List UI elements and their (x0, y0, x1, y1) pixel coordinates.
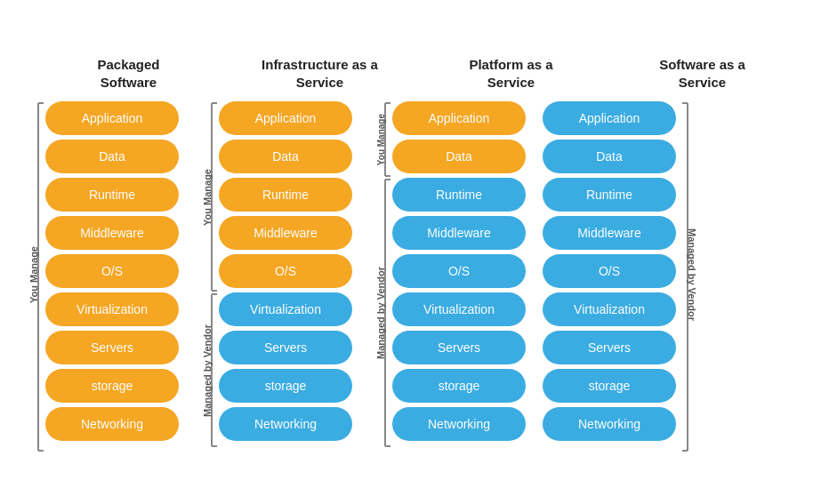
cell-saas-servers: Servers (543, 331, 676, 364)
cell-paas-application: Application (392, 101, 526, 135)
col-iaas: You Manage Managed by Vendor Application… (196, 101, 357, 448)
header-iaas: Infrastructure as aService (237, 56, 402, 91)
paas-brackets: You Manage Managed by Vendor (369, 101, 392, 448)
cell-packaged-virtualization: Virtualization (45, 292, 179, 326)
header-paas: Platform as aService (429, 56, 593, 91)
cells-paas: Application Data Runtime Middleware O/S … (392, 101, 530, 448)
vendor-label-saas: Managed by Vendor (687, 228, 697, 321)
cell-packaged-servers: Servers (45, 331, 179, 364)
cell-saas-middleware: Middleware (543, 216, 676, 250)
cell-iaas-virtualization: Virtualization (219, 292, 352, 326)
cell-saas-os: O/S (543, 254, 676, 288)
cell-saas-data: Data (543, 140, 676, 173)
cell-packaged-runtime: Runtime (45, 178, 179, 212)
headers-row: PackagedSoftware Infrastructure as aServ… (15, 56, 798, 91)
iaas-brackets: You Manage Managed by Vendor (196, 101, 219, 448)
you-manage-label-paas: You Manage (376, 114, 386, 165)
cell-iaas-servers: Servers (219, 331, 352, 364)
col-saas: Application Data Runtime Middleware O/S … (543, 101, 704, 448)
cell-iaas-middleware: Middleware (219, 216, 352, 250)
cell-saas-runtime: Runtime (543, 178, 676, 212)
you-manage-label-packaged: You Manage (28, 246, 39, 303)
spacer2 (360, 101, 366, 448)
vendor-bracket-saas: Managed by Vendor (680, 101, 704, 448)
cell-iaas-networking: Networking (219, 407, 352, 441)
header-packaged: PackagedSoftware (46, 56, 211, 91)
vendor-bracket-iaas: Managed by Vendor (196, 292, 219, 448)
diagram-container: PackagedSoftware Infrastructure as aServ… (15, 47, 798, 457)
cell-packaged-networking: Networking (45, 407, 179, 441)
cell-packaged-os: O/S (45, 254, 179, 288)
vendor-bracket-paas: Managed by Vendor (369, 178, 392, 448)
spacer3 (534, 101, 539, 448)
vendor-label-iaas: Managed by Vendor (202, 324, 213, 417)
cell-iaas-storage: storage (219, 369, 352, 403)
col-packaged: You Manage Application Data Runtime Midd… (22, 101, 183, 448)
cell-saas-storage: storage (543, 369, 676, 403)
cells-packaged: Application Data Runtime Middleware O/S … (45, 101, 183, 448)
cell-paas-runtime: Runtime (392, 178, 526, 212)
cell-saas-application: Application (543, 101, 676, 135)
you-manage-bracket-paas: You Manage (369, 101, 392, 178)
cell-packaged-application: Application (45, 101, 179, 135)
spacer1 (187, 101, 192, 448)
cell-packaged-data: Data (45, 140, 179, 173)
cells-saas: Application Data Runtime Middleware O/S … (543, 101, 680, 448)
cell-paas-data: Data (392, 140, 526, 173)
col-paas: You Manage Managed by Vendor Application… (369, 101, 530, 448)
you-manage-bracket-packaged: You Manage (22, 101, 45, 448)
cell-packaged-middleware: Middleware (45, 216, 179, 250)
columns-area: You Manage Application Data Runtime Midd… (15, 101, 798, 448)
you-manage-bracket-iaas: You Manage (196, 101, 219, 292)
you-manage-label-iaas: You Manage (202, 169, 213, 226)
cells-iaas: Application Data Runtime Middleware O/S … (219, 101, 357, 448)
cell-iaas-application: Application (219, 101, 352, 135)
cell-paas-virtualization: Virtualization (392, 292, 526, 326)
cell-paas-servers: Servers (392, 331, 526, 364)
cell-paas-os: O/S (392, 254, 526, 288)
cell-iaas-os: O/S (219, 254, 352, 288)
cell-paas-middleware: Middleware (392, 216, 526, 250)
vendor-label-paas: Managed by Vendor (375, 267, 386, 359)
cell-paas-networking: Networking (392, 407, 526, 441)
cell-saas-networking: Networking (543, 407, 676, 441)
cell-paas-storage: storage (392, 369, 526, 403)
cell-iaas-data: Data (219, 140, 352, 173)
cell-iaas-runtime: Runtime (219, 178, 352, 212)
cell-packaged-storage: storage (45, 369, 179, 403)
cell-saas-virtualization: Virtualization (543, 292, 676, 326)
header-saas: Software as aService (620, 56, 785, 91)
